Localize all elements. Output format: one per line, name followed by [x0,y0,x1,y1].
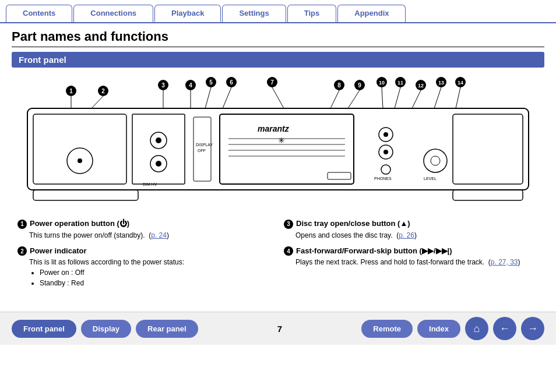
desc-body-4: Plays the next track. Press and hold to … [295,257,539,267]
svg-text:PHONES: PHONES [374,176,392,181]
desc-item-4: 4 Fast-forward/Forward-skip button (▶▶/▶… [284,246,539,268]
svg-text:OFF: OFF [198,149,206,153]
bottom-nav-left: Front panel Display Rear panel [12,320,198,338]
back-button[interactable]: ← [493,317,516,340]
svg-text:9: 9 [358,82,361,89]
bullet-item: Power on : Off [40,267,272,278]
svg-text:5: 5 [209,79,213,86]
svg-rect-30 [453,114,523,184]
display-button[interactable]: Display [81,320,131,338]
svg-rect-4 [132,114,185,184]
section-header: Front panel [12,52,544,68]
desc-item-3: 3 Disc tray open/close button (▲) Opens … [284,219,539,241]
svg-point-8 [156,161,161,167]
svg-rect-32 [453,190,523,200]
svg-line-74 [456,87,460,108]
desc-num-3: 3 [284,220,293,229]
svg-line-53 [272,87,284,108]
svg-point-24 [383,150,388,154]
remote-button[interactable]: Remote [361,320,413,338]
svg-line-50 [223,87,231,108]
svg-point-25 [381,165,390,174]
desc-body-1: This turns the power on/off (standby). (… [29,230,272,241]
index-button[interactable]: Index [417,320,460,338]
svg-line-65 [395,87,400,108]
desc-num-2: 2 [17,246,27,256]
desc-item-2: 2 Power indicator This is lit as follows… [17,246,272,289]
tab-appendix[interactable]: Appendix [337,5,406,22]
desc-item-1: 1 Power operation button (⏻) This turns … [17,219,272,241]
desc-title-3: Disc tray open/close button (▲) [296,219,410,228]
svg-text:marantz: marantz [258,124,289,133]
svg-point-27 [424,149,447,172]
desc-link-1[interactable]: p. 24 [151,231,167,239]
svg-point-6 [156,137,161,143]
bottom-nav-right: Remote Index ⌂ ← → [361,317,544,340]
desc-title-1: Power operation button (⏻) [30,219,129,228]
svg-point-3 [78,158,82,163]
svg-text:13: 13 [438,80,444,86]
device-diagram: DIM HV DISPLAY OFF marantz ✳ [16,73,540,213]
svg-text:12: 12 [418,83,424,89]
rear-panel-button[interactable]: Rear panel [136,320,198,338]
nav-tabs: Contents Connections Playback Settings T… [0,0,556,23]
forward-button[interactable]: → [521,317,544,340]
svg-text:4: 4 [189,82,192,89]
desc-bullets-2: Power on : Off Standby : Red [40,267,272,288]
svg-text:DISPLAY: DISPLAY [196,143,213,147]
tab-tips[interactable]: Tips [287,5,337,22]
svg-rect-31 [33,190,138,200]
svg-text:8: 8 [337,82,341,89]
svg-text:3: 3 [161,82,165,89]
desc-link-4[interactable]: p. 27, 33 [491,258,518,266]
svg-text:LEVEL: LEVEL [424,176,437,181]
svg-text:14: 14 [458,80,463,86]
tab-playback[interactable]: Playback [154,5,221,22]
bottom-nav: Front panel Display Rear panel 7 Remote … [0,312,556,345]
svg-line-71 [434,87,441,108]
page-number: 7 [277,324,282,334]
svg-text:10: 10 [379,80,385,86]
svg-line-47 [205,87,211,108]
svg-line-62 [382,87,383,108]
svg-point-28 [431,156,440,165]
svg-text:DIM  HV: DIM HV [143,182,157,186]
svg-point-22 [383,132,388,137]
svg-text:✳: ✳ [278,136,285,145]
desc-link-3[interactable]: p. 26 [399,231,414,239]
tab-settings[interactable]: Settings [222,5,286,22]
svg-text:6: 6 [230,79,233,86]
svg-line-56 [330,90,339,108]
tab-connections[interactable]: Connections [73,5,153,22]
desc-num-1: 1 [17,220,27,229]
desc-body-3: Opens and closes the disc tray. (p. 26) [295,230,539,241]
svg-line-38 [92,96,103,108]
svg-rect-0 [27,108,529,190]
desc-title-4: Fast-forward/Forward-skip button (▶▶/▶▶|… [296,246,452,255]
desc-num-4: 4 [284,246,293,256]
svg-text:11: 11 [397,80,403,86]
desc-title-2: Power indicator [30,246,87,255]
page-title: Part names and functions [12,29,544,47]
svg-text:7: 7 [270,79,274,86]
svg-text:2: 2 [101,88,105,94]
bullet-item: Standby : Red [40,278,272,288]
front-panel-button[interactable]: Front panel [12,320,76,338]
home-button[interactable]: ⌂ [465,317,488,340]
desc-col-right: 3 Disc tray open/close button (▲) Opens … [284,219,539,294]
desc-body-2: This is lit as follows according to the … [29,257,272,288]
svg-text:1: 1 [69,88,73,94]
svg-line-59 [348,90,360,108]
descriptions: 1 Power operation button (⏻) This turns … [12,219,544,294]
svg-line-68 [412,90,421,108]
page-content: Part names and functions Front panel DIM… [0,23,556,309]
desc-col-left: 1 Power operation button (⏻) This turns … [17,219,272,294]
svg-rect-20 [328,172,351,179]
tab-contents[interactable]: Contents [6,5,72,22]
